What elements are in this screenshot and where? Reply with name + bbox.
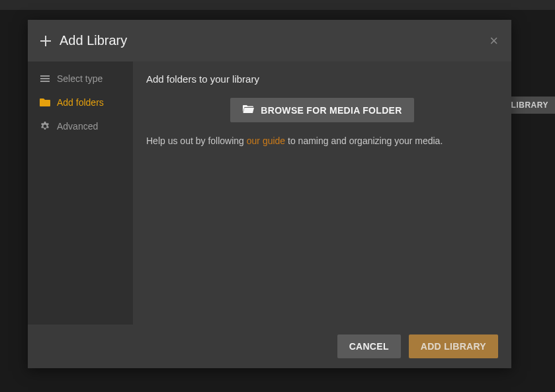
- folder-browse-icon: [242, 104, 254, 116]
- close-icon: ×: [490, 32, 498, 49]
- sidebar-item-label: Select type: [57, 73, 103, 84]
- content-pane: Add folders to your library BROWSE FOR M…: [133, 61, 511, 325]
- cancel-button[interactable]: CANCEL: [337, 334, 401, 358]
- help-text: Help us out by following our guide to na…: [146, 136, 498, 146]
- plus-icon: [40, 35, 52, 47]
- sidebar-item-label: Advanced: [57, 121, 98, 132]
- sidebar-item-add-folders[interactable]: Add folders: [28, 91, 133, 114]
- browse-media-folder-button[interactable]: BROWSE FOR MEDIA FOLDER: [230, 98, 413, 122]
- sidebar-item-select-type[interactable]: Select type: [28, 67, 133, 91]
- modal-title: Add Library: [40, 33, 127, 48]
- close-button[interactable]: ×: [490, 34, 498, 48]
- add-library-button[interactable]: ADD LIBRARY: [409, 334, 498, 358]
- modal-body: Select type Add folders Advanced Add fol…: [28, 61, 511, 325]
- bg-library-button[interactable]: LIBRARY: [505, 97, 555, 114]
- bg-header-strip: [0, 0, 555, 10]
- sidebar-item-label: Add folders: [57, 97, 104, 108]
- content-heading: Add folders to your library: [146, 73, 498, 85]
- sidebar-item-advanced[interactable]: Advanced: [28, 114, 133, 138]
- our-guide-link[interactable]: our guide: [247, 136, 285, 146]
- modal-footer: CANCEL ADD LIBRARY: [28, 325, 511, 368]
- add-library-modal: Add Library × Select type Add folders: [28, 20, 511, 368]
- browse-row: BROWSE FOR MEDIA FOLDER: [146, 98, 498, 122]
- modal-header: Add Library ×: [28, 20, 511, 61]
- browse-button-label: BROWSE FOR MEDIA FOLDER: [261, 105, 402, 116]
- gear-icon: [40, 121, 50, 132]
- list-icon: [40, 73, 50, 84]
- help-text-before: Help us out by following: [146, 136, 247, 146]
- sidebar: Select type Add folders Advanced: [28, 61, 133, 325]
- help-text-after: to naming and organizing your media.: [285, 136, 443, 146]
- folder-icon: [40, 97, 50, 108]
- modal-title-text: Add Library: [60, 33, 127, 48]
